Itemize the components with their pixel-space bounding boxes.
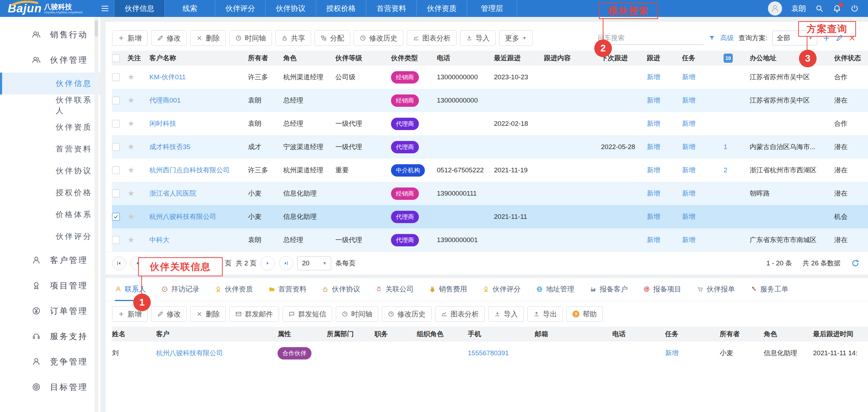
column-header[interactable]: 职务 [374, 330, 417, 339]
tab-1[interactable]: 拜访记录 [161, 278, 199, 301]
partner-name-link[interactable]: 闲时科技 [149, 119, 176, 128]
column-header[interactable]: 客户名称 [149, 54, 248, 63]
sidebar-item-1-2[interactable]: 伙伴资质 [0, 116, 100, 138]
contact-row[interactable]: 刘杭州八骏科技有限公司合作伙伴15556780391新增小麦信息化助理2021-… [112, 342, 868, 365]
修改历史-button[interactable]: 修改历史 [354, 30, 403, 46]
tab-9[interactable]: 报备客户 [590, 278, 628, 301]
删除-button[interactable]: 删除 [190, 30, 226, 46]
column-header[interactable]: 跟进内容 [544, 54, 601, 63]
导出-button[interactable]: 导出 [527, 306, 563, 322]
partner-name-link[interactable]: 杭州八骏科技有限公司 [149, 212, 216, 221]
task-link[interactable]: 新增 [682, 235, 695, 245]
tab-5[interactable]: 关联公司 [376, 278, 414, 301]
follow-link[interactable]: 新增 [647, 235, 660, 245]
column-header[interactable]: 客户 [156, 330, 278, 339]
column-header[interactable]: 邮箱 [535, 330, 612, 339]
logout-icon[interactable] [850, 4, 859, 13]
tab-6[interactable]: 销售费用 [429, 278, 467, 301]
导入-button[interactable]: 导入 [488, 306, 524, 322]
修改-button[interactable]: 修改 [151, 30, 187, 46]
more-button[interactable]: 更多 ▼ [499, 30, 533, 46]
column-header[interactable]: 属性 [278, 330, 327, 339]
column-header[interactable]: 最近跟进 [494, 54, 544, 63]
task-link[interactable]: 新增 [682, 189, 695, 198]
row-checkbox[interactable] [112, 143, 120, 151]
next-page-button[interactable] [261, 256, 275, 270]
row-checkbox[interactable] [112, 73, 120, 81]
partner-name-link[interactable]: 杭州西门点自科技有限公司 [149, 166, 230, 175]
follow-link[interactable]: 新增 [647, 73, 660, 82]
tab-3[interactable]: 首营资料 [268, 278, 306, 301]
sidebar-scrollbar-thumb[interactable] [95, 20, 98, 37]
nav-item-4[interactable]: 授权价格 [316, 0, 366, 17]
nav-item-2[interactable]: 伙伴评分 [215, 0, 265, 17]
table-row[interactable]: ★浙江省人民医院小麦信息化助理经销商13900000111新增新增朝晖路潜在 [112, 182, 868, 205]
tab-10[interactable]: 报备项目 [643, 278, 681, 301]
删除-button[interactable]: 删除 [190, 306, 226, 322]
column-header[interactable]: 伙伴状态 [834, 54, 868, 63]
table-row[interactable]: ★KM-伙伴011许三多杭州渠道经理公司级经销商130000000002023-… [112, 66, 868, 89]
column-header[interactable]: 办公地址 [750, 54, 834, 63]
column-header[interactable]: 伙伴类型 [391, 54, 437, 63]
follow-link[interactable]: 新增 [647, 212, 660, 221]
column-header[interactable]: 姓名 [112, 330, 156, 339]
task-link[interactable]: 新增 [682, 166, 695, 175]
tab-7[interactable]: 伙伴评分 [483, 278, 521, 301]
sidebar-item-1-4[interactable]: 伙伴协议 [0, 160, 100, 182]
row-checkbox[interactable] [112, 213, 120, 221]
notifications-icon[interactable] [833, 4, 841, 13]
follow-link[interactable]: 新增 [647, 189, 660, 198]
column-header[interactable]: 手机 [468, 330, 535, 339]
row-checkbox[interactable] [112, 97, 120, 104]
follow-link[interactable]: 新增 [647, 166, 660, 175]
refresh-icon[interactable] [851, 259, 860, 268]
task-link[interactable]: 新增 [682, 212, 695, 221]
select-all-checkbox[interactable] [112, 54, 120, 62]
sidebar-group-7[interactable]: 目标管理 [0, 374, 100, 400]
sidebar-group-3[interactable]: 项目管理 [0, 273, 100, 298]
sidebar-group-6[interactable]: 竞争管理 [0, 349, 100, 374]
column-header[interactable]: 任务 [682, 54, 724, 63]
task-link[interactable]: 新增 [682, 73, 695, 82]
sidebar-group-2[interactable]: 客户管理 [0, 247, 100, 273]
column-header[interactable]: 跟进 [647, 54, 682, 63]
tab-11[interactable]: 伙伴报单 [697, 278, 735, 301]
群发邮件-button[interactable]: 群发邮件 [229, 306, 279, 322]
search-input[interactable] [598, 31, 703, 45]
群发短信-button[interactable]: 群发短信 [283, 306, 332, 322]
sidebar-item-1-5[interactable]: 授权价格 [0, 182, 100, 204]
时间轴-button[interactable]: 时间轴 [229, 30, 272, 46]
star-icon[interactable]: ★ [128, 119, 135, 128]
图表分析-button[interactable]: 图表分析 [407, 30, 457, 46]
column-header[interactable]: 所有者 [720, 330, 764, 339]
导入-button[interactable]: 导入 [460, 30, 496, 46]
user-name[interactable]: 袁朗 [791, 4, 806, 13]
sidebar-item-1-7[interactable]: 伙伴评分 [0, 226, 100, 247]
sidebar-group-1[interactable]: 伙伴管理 [0, 47, 100, 73]
sidebar-item-1-1[interactable]: 伙伴联系人 [0, 94, 100, 116]
star-icon[interactable]: ★ [128, 166, 135, 175]
partner-name-link[interactable]: 中科大 [149, 235, 169, 245]
sidebar-item-1-0[interactable]: 伙伴信息 [0, 73, 100, 94]
follow-link[interactable]: 新增 [647, 119, 660, 128]
partner-name-link[interactable]: 代理商001 [149, 96, 181, 105]
task-link[interactable]: 新增 [682, 142, 695, 152]
column-header[interactable]: 伙伴等级 [335, 54, 391, 63]
帮助-button[interactable]: ? 帮助 [566, 306, 603, 322]
table-row[interactable]: ★代理商001袁朗总经理经销商13000000000新增新增江苏省苏州市吴中区潜… [112, 89, 868, 112]
row-checkbox[interactable] [112, 236, 120, 244]
nav-item-3[interactable]: 伙伴协议 [265, 0, 316, 17]
sidebar-group-5[interactable]: 服务支持 [0, 324, 100, 349]
row-checkbox[interactable] [112, 190, 120, 197]
column-header[interactable]: 角色 [283, 54, 335, 63]
table-row[interactable]: ★杭州八骏科技有限公司小麦信息化助理代理商2021-11-11新增新增机会 [112, 205, 868, 228]
sidebar-group-4[interactable]: 订单管理 [0, 298, 100, 324]
修改-button[interactable]: 修改 [151, 306, 187, 322]
star-icon[interactable]: ★ [128, 212, 135, 221]
search-icon[interactable] [815, 4, 824, 13]
修改历史-button[interactable]: 修改历史 [382, 306, 432, 322]
column-header[interactable]: 任务 [665, 330, 720, 339]
column-header[interactable]: 电话 [612, 330, 665, 339]
row-checkbox[interactable] [112, 166, 120, 174]
图表分析-button[interactable]: 图表分析 [435, 306, 485, 322]
